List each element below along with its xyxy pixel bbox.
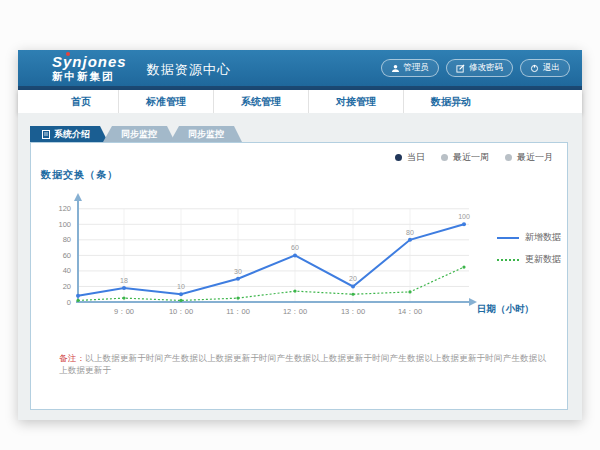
header-button-label: 退出 xyxy=(543,62,560,74)
data-point xyxy=(293,290,296,293)
data-point xyxy=(462,265,465,268)
x-tick-label: 12：00 xyxy=(283,307,307,316)
header-button-管理员[interactable]: 管理员 xyxy=(381,59,440,77)
legend-label: 更新数据 xyxy=(525,253,561,266)
y-tick-label: 80 xyxy=(63,235,71,244)
legend-line-sample xyxy=(497,237,519,239)
note-prefix: 备注： xyxy=(59,353,85,363)
series-line-更新数据 xyxy=(78,267,464,300)
range-option-当日[interactable]: 当日 xyxy=(395,151,425,164)
note-text: 以上数据更新于时间产生数据以上数据更新于时间产生数据以上数据更新于时间产生数据以… xyxy=(59,353,546,375)
x-tick-label: 10：00 xyxy=(169,307,193,316)
header-button-label: 修改密码 xyxy=(469,62,503,74)
logo-subtitle: 新中新集团 xyxy=(52,71,127,82)
document-icon xyxy=(42,130,50,139)
data-point xyxy=(408,290,411,293)
header-button-退出[interactable]: 退出 xyxy=(520,59,570,77)
logout-icon xyxy=(530,64,539,73)
x-axis-title: 日期（小时） xyxy=(477,303,534,316)
user-icon xyxy=(391,64,400,73)
data-point-label: 80 xyxy=(406,229,414,236)
y-tick-label: 40 xyxy=(63,266,71,275)
x-tick-label: 11：00 xyxy=(226,307,250,316)
legend-line-sample xyxy=(497,259,519,261)
tab-label: 同步监控 xyxy=(121,126,157,142)
legend-item-新增数据: 新增数据 xyxy=(497,231,561,244)
footer-note: 备注：以上数据更新于时间产生数据以上数据更新于时间产生数据以上数据更新于时间产生… xyxy=(59,353,547,377)
x-tick-label: 13：00 xyxy=(341,307,365,316)
page-title: 数据资源中心 xyxy=(147,61,231,79)
data-point-label: 20 xyxy=(349,275,357,282)
range-option-label: 最近一周 xyxy=(453,151,489,164)
y-tick-label: 0 xyxy=(67,298,71,307)
app-window: Synjones 新中新集团 数据资源中心 管理员修改密码退出 首页标准管理系统… xyxy=(18,50,582,420)
tab-label: 系统介绍 xyxy=(54,126,90,142)
header-button-label: 管理员 xyxy=(404,62,430,74)
tab-label: 同步监控 xyxy=(188,126,224,142)
legend-label: 新增数据 xyxy=(525,231,561,244)
y-tick-label: 20 xyxy=(63,282,71,291)
chart-panel: 当日最近一周最近一月 数据交换（条） 0204060801001209：0010… xyxy=(30,142,568,410)
range-option-label: 最近一月 xyxy=(517,151,553,164)
main-nav: 首页标准管理系统管理对接管理数据异动 xyxy=(18,90,582,113)
tab-bar: 系统介绍同步监控同步监控 xyxy=(30,126,242,142)
nav-item-数据异动[interactable]: 数据异动 xyxy=(404,90,498,113)
series-legend: 新增数据更新数据 xyxy=(497,231,561,275)
header-actions: 管理员修改密码退出 xyxy=(381,59,571,77)
app-header: Synjones 新中新集团 数据资源中心 管理员修改密码退出 xyxy=(18,50,582,86)
y-axis-arrow-icon xyxy=(74,193,82,201)
edit-password-icon xyxy=(456,64,465,73)
data-point xyxy=(76,299,79,302)
tab-同步监控-2[interactable]: 同步监控 xyxy=(170,126,242,142)
y-tick-label: 60 xyxy=(63,251,71,260)
nav-item-首页[interactable]: 首页 xyxy=(44,90,119,113)
data-point-label: 60 xyxy=(291,244,299,251)
y-tick-label: 100 xyxy=(58,220,71,229)
range-option-label: 当日 xyxy=(407,151,425,164)
x-tick-label: 14：00 xyxy=(398,307,422,316)
data-point xyxy=(179,292,183,296)
data-point xyxy=(76,294,80,298)
range-option-最近一月[interactable]: 最近一月 xyxy=(505,151,553,164)
header-button-修改密码[interactable]: 修改密码 xyxy=(446,59,513,77)
data-point xyxy=(408,238,412,242)
data-point xyxy=(122,286,126,290)
x-tick-label: 9：00 xyxy=(114,307,134,316)
company-logo: Synjones 新中新集团 xyxy=(52,54,127,82)
nav-item-标准管理[interactable]: 标准管理 xyxy=(119,90,214,113)
data-point xyxy=(236,277,240,281)
content-area: 系统介绍同步监控同步监控 当日最近一周最近一月 数据交换（条） 02040608… xyxy=(18,113,582,420)
range-option-最近一周[interactable]: 最近一周 xyxy=(441,151,489,164)
time-range-options: 当日最近一周最近一月 xyxy=(395,151,553,164)
radio-dot-icon xyxy=(441,154,448,161)
data-point xyxy=(462,222,466,226)
data-point xyxy=(351,293,354,296)
data-point-label: 100 xyxy=(458,213,470,220)
data-point xyxy=(351,284,355,288)
radio-dot-icon xyxy=(395,154,402,161)
data-point xyxy=(236,297,239,300)
radio-dot-icon xyxy=(505,154,512,161)
data-point xyxy=(122,297,125,300)
data-point-label: 18 xyxy=(120,277,128,284)
logo-text: Synjones xyxy=(52,54,127,69)
data-point-label: 30 xyxy=(234,268,242,275)
data-point xyxy=(179,299,182,302)
tab-系统介绍-0[interactable]: 系统介绍 xyxy=(30,126,108,142)
data-point xyxy=(293,253,297,257)
legend-item-更新数据: 更新数据 xyxy=(497,253,561,266)
data-point-label: 10 xyxy=(177,283,185,290)
x-axis-arrow-icon xyxy=(469,298,477,306)
nav-item-对接管理[interactable]: 对接管理 xyxy=(309,90,404,113)
tab-同步监控-1[interactable]: 同步监控 xyxy=(103,126,175,142)
y-tick-label: 120 xyxy=(58,204,71,213)
y-axis-title: 数据交换（条） xyxy=(41,168,118,182)
nav-item-系统管理[interactable]: 系统管理 xyxy=(214,90,309,113)
